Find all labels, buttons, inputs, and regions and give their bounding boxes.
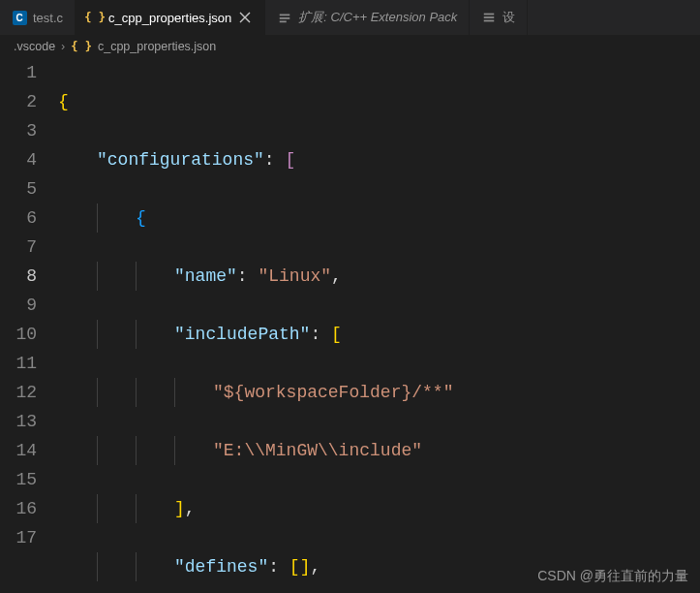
close-icon[interactable] — [237, 10, 253, 25]
tab-label: test.c — [33, 11, 63, 25]
breadcrumb[interactable]: .vscode › { } c_cpp_properties.json — [0, 35, 700, 58]
extension-icon — [277, 10, 292, 25]
json-file-icon: { } — [87, 10, 103, 25]
tab-bar: C test.c { } c_cpp_properties.json 扩展: C… — [0, 0, 700, 35]
line-number: 10 — [0, 320, 37, 349]
line-number: 6 — [0, 203, 37, 233]
line-number: 15 — [0, 465, 37, 494]
tab-label: c_cpp_properties.json — [108, 11, 231, 25]
line-number: 12 — [0, 378, 37, 407]
line-number: 2 — [0, 87, 37, 116]
line-number: 13 — [0, 407, 37, 436]
chevron-right-icon: › — [61, 40, 65, 53]
code-editor[interactable]: 1 2 3 4 5 6 7 8 9 10 11 12 13 14 15 16 1… — [0, 58, 700, 593]
svg-rect-5 — [484, 20, 495, 22]
breadcrumb-file[interactable]: c_cpp_properties.json — [98, 40, 216, 53]
line-number: 8 — [0, 262, 37, 291]
svg-rect-1 — [280, 17, 290, 19]
line-gutter: 1 2 3 4 5 6 7 8 9 10 11 12 13 14 15 16 1… — [0, 58, 58, 593]
tab-c-cpp-properties[interactable]: { } c_cpp_properties.json — [76, 0, 265, 35]
svg-rect-3 — [484, 14, 495, 16]
line-number: 3 — [0, 116, 37, 145]
line-number: 7 — [0, 233, 37, 262]
breadcrumb-folder[interactable]: .vscode — [14, 40, 55, 53]
line-number: 11 — [0, 349, 37, 378]
line-number: 16 — [0, 494, 37, 523]
line-number: 4 — [0, 145, 37, 174]
settings-icon — [481, 10, 497, 25]
json-file-icon: { } — [71, 40, 92, 53]
line-number: 5 — [0, 174, 37, 203]
c-file-icon: C — [12, 10, 27, 25]
tab-extension-pack[interactable]: 扩展: C/C++ Extension Pack — [265, 0, 470, 35]
line-number: 14 — [0, 436, 37, 465]
code-area[interactable]: { "configurations": [ { "name": "Linux",… — [58, 58, 700, 593]
line-number: 1 — [0, 58, 37, 87]
tab-label: 设 — [502, 9, 515, 26]
tab-settings[interactable]: 设 — [470, 0, 528, 35]
tab-test-c[interactable]: C test.c — [0, 0, 76, 35]
svg-rect-4 — [484, 16, 495, 18]
line-number: 9 — [0, 291, 37, 320]
svg-rect-0 — [280, 15, 290, 16]
line-number: 17 — [0, 523, 37, 552]
tab-label: 扩展: C/C++ Extension Pack — [298, 9, 457, 26]
svg-rect-2 — [280, 21, 287, 23]
watermark-text: CSDN @勇往直前的力量 — [537, 568, 688, 585]
